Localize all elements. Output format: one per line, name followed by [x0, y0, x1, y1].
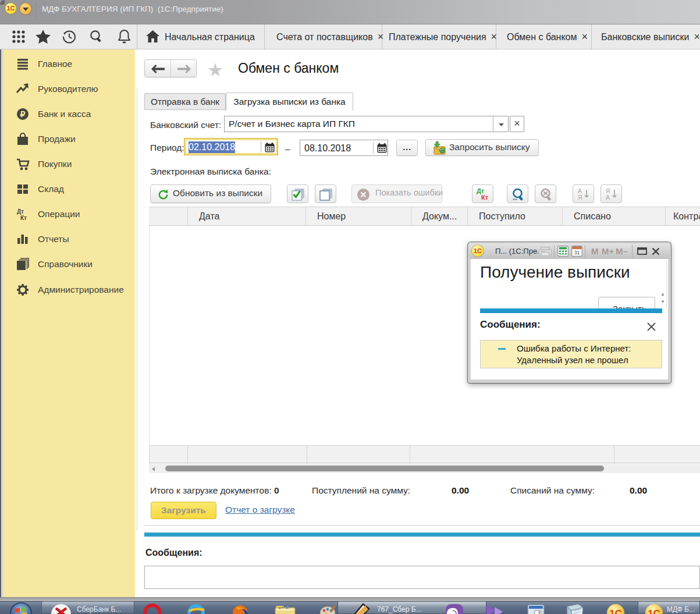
svg-text:Кт: Кт: [20, 215, 27, 221]
svg-text:31: 31: [574, 250, 580, 255]
svg-text:1С: 1С: [609, 608, 622, 614]
svg-text:1С: 1С: [648, 608, 660, 614]
svg-text:₽: ₽: [20, 109, 26, 119]
svg-text:Дт: Дт: [17, 208, 24, 215]
svg-text:Я: Я: [578, 194, 582, 201]
svg-text:Кт: Кт: [481, 194, 489, 201]
svg-text:@: @: [440, 148, 445, 154]
svg-text:А: А: [606, 194, 610, 201]
svg-text:0: 0: [538, 611, 541, 614]
